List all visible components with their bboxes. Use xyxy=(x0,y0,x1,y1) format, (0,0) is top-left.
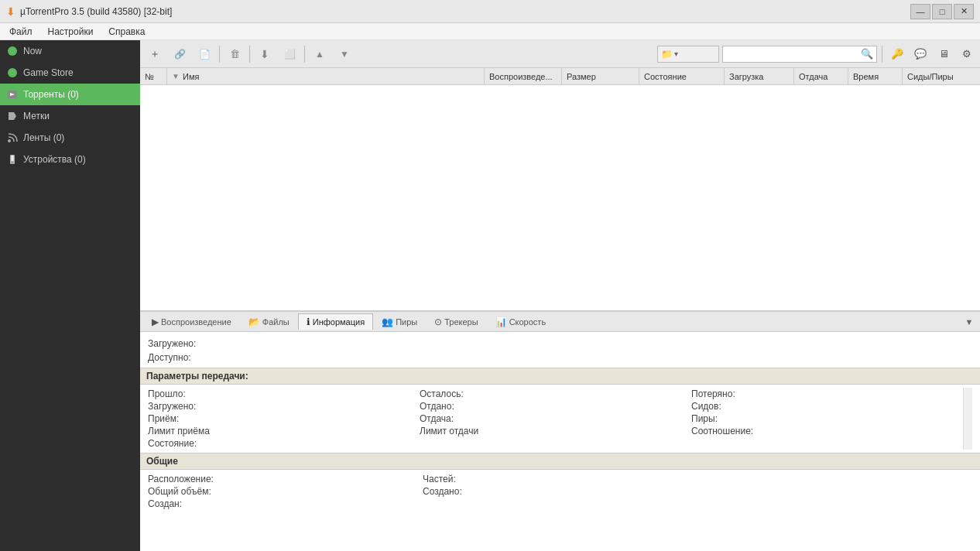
transfer-fields-inner: Прошло: Осталось: Потеряно: Загружен xyxy=(148,388,963,450)
col-name[interactable]: Имя xyxy=(178,68,485,84)
transfer-fields: Прошло: Осталось: Потеряно: Загружен xyxy=(148,388,972,450)
col-down[interactable]: Загрузка xyxy=(725,68,794,84)
close-button[interactable]: ✕ xyxy=(954,4,974,19)
available-row: Доступно: xyxy=(148,351,972,364)
general-row-1: Расположение: Частей: xyxy=(148,473,972,485)
general-fields: Расположение: Частей: Общий объём: xyxy=(148,473,972,510)
feeds-icon xyxy=(6,132,19,144)
col-num[interactable]: № xyxy=(140,68,167,84)
playback-tab-icon: ▶ xyxy=(152,317,159,327)
tab-expand-button[interactable]: ▼ xyxy=(961,314,977,330)
trackers-tab-label: Трекеры xyxy=(444,317,478,327)
bottom-panel: ▶Воспроизведение📂ФайлыℹИнформация👥Пиры⊙Т… xyxy=(140,311,980,551)
table-header: № ▼ Имя Воспроизведе... Размер Состояние… xyxy=(140,68,980,85)
stop-button[interactable]: ⬜ xyxy=(278,43,301,65)
tab-speed[interactable]: 📊Скорость xyxy=(487,313,555,330)
torrent-table: № ▼ Имя Воспроизведе... Размер Состояние… xyxy=(140,68,980,311)
col-seeds[interactable]: Сиды/Пиры xyxy=(903,68,980,84)
col-play[interactable]: Воспроизведе... xyxy=(485,68,562,84)
create-torrent-button[interactable]: 📄 xyxy=(193,43,216,65)
sidebar-item-feeds[interactable]: Ленты (0) xyxy=(0,127,140,149)
now-icon xyxy=(6,45,19,57)
peers-item: Пиры: xyxy=(691,412,963,425)
torrents-icon xyxy=(6,88,19,101)
toolbar: ＋ 🔗 📄 🗑 ⬇ ⬜ ▲ ▼ 📁 ▾ 🔍 🔑 xyxy=(140,40,980,68)
game-store-label: Game Store xyxy=(23,67,74,78)
elapsed-item: Прошло: xyxy=(148,388,420,400)
info-tab-icon: ℹ xyxy=(307,317,310,327)
general-row-3: Создан: xyxy=(148,498,972,510)
downloaded-label: Загружено: xyxy=(148,338,241,349)
move-up-button[interactable]: ▲ xyxy=(308,43,331,65)
chat-icon[interactable]: 💬 xyxy=(910,44,930,64)
tab-playback[interactable]: ▶Воспроизведение xyxy=(143,313,240,330)
add-torrent-button[interactable]: ＋ xyxy=(143,43,166,65)
speed-tab-icon: 📊 xyxy=(495,317,507,327)
general-fields-inner: Расположение: Частей: Общий объём: xyxy=(148,473,972,510)
maximize-button[interactable]: □ xyxy=(932,4,952,19)
tab-peers[interactable]: 👥Пиры xyxy=(373,313,426,330)
main-layout: NowGame Store Торренты (0)МеткиЛенты (0)… xyxy=(0,40,980,551)
toolbar-divider-4 xyxy=(882,46,882,63)
peers-tab-icon: 👥 xyxy=(382,317,393,327)
menu-item-1[interactable]: Настройки xyxy=(42,25,100,39)
state-item: Состояние: xyxy=(148,437,420,450)
parts-item: Частей: xyxy=(423,473,697,485)
col-up[interactable]: Отдача xyxy=(794,68,848,84)
col-size[interactable]: Размер xyxy=(562,68,639,84)
sidebar-item-game-store[interactable]: Game Store xyxy=(0,62,140,84)
scroll-area-right xyxy=(963,388,972,450)
app-icon: ⬇ xyxy=(6,5,15,18)
menu-item-0[interactable]: Файл xyxy=(3,25,39,39)
sidebar-item-torrents[interactable]: Торренты (0) xyxy=(0,84,140,105)
seeds-item: Сидов: xyxy=(691,400,963,412)
title-bar: ⬇ µTorrentPro 3.5 (build 43580) [32-bit]… xyxy=(0,0,980,23)
downloaded-row: Загружено: xyxy=(148,337,972,351)
peers-tab-label: Пиры xyxy=(396,317,417,327)
table-body xyxy=(140,85,980,310)
screen-icon[interactable]: 🖥 xyxy=(934,44,954,64)
uploaded-item: Отдано: xyxy=(420,400,691,412)
sidebar: NowGame Store Торренты (0)МеткиЛенты (0)… xyxy=(0,40,140,551)
speed-tab-label: Скорость xyxy=(509,317,547,327)
tab-trackers[interactable]: ⊙Трекеры xyxy=(426,313,486,330)
transfer-row-3: Приём: Отдача: Пиры: xyxy=(148,412,963,425)
game-store-icon xyxy=(6,67,19,79)
col-time[interactable]: Время xyxy=(848,68,903,84)
labels-label: Метки xyxy=(23,111,50,121)
search-icon[interactable]: 🔍 xyxy=(858,48,876,60)
add-link-button[interactable]: 🔗 xyxy=(168,43,191,65)
ratio-item: Соотношение: xyxy=(691,425,963,437)
sidebar-item-labels[interactable]: Метки xyxy=(0,105,140,127)
svg-point-5 xyxy=(8,139,11,142)
folder-select[interactable]: 📁 ▾ xyxy=(657,46,719,63)
move-down-button[interactable]: ▼ xyxy=(333,43,356,65)
creator-item: Создан: xyxy=(148,498,423,510)
start-download-button[interactable]: ⬇ xyxy=(253,43,276,65)
toolbar-divider-1 xyxy=(219,46,220,63)
minimize-button[interactable]: — xyxy=(910,4,930,19)
devices-icon xyxy=(6,153,19,166)
remove-torrent-button[interactable]: 🗑 xyxy=(223,43,246,65)
menu-item-2[interactable]: Справка xyxy=(102,25,151,39)
recv-limit-item: Лимит приёма xyxy=(148,425,420,437)
created-item: Создано: xyxy=(423,485,697,498)
remote-icon[interactable]: 🔑 xyxy=(887,44,907,64)
sidebar-item-devices[interactable]: Устройства (0) xyxy=(0,149,140,170)
tabs-row: ▶Воспроизведение📂ФайлыℹИнформация👥Пиры⊙Т… xyxy=(140,312,980,332)
col-state[interactable]: Состояние xyxy=(639,68,725,84)
tab-info[interactable]: ℹИнформация xyxy=(298,313,373,330)
empty-item xyxy=(697,473,972,485)
wasted-item: Потеряно: xyxy=(691,388,963,400)
sidebar-item-now[interactable]: Now xyxy=(0,40,140,62)
search-input[interactable] xyxy=(723,50,858,59)
now-label: Now xyxy=(23,46,42,56)
devices-label: Устройства (0) xyxy=(23,154,86,165)
tab-files[interactable]: 📂Файлы xyxy=(240,313,298,330)
labels-icon xyxy=(6,110,19,122)
transfer-section: Параметры передачи: xyxy=(140,368,980,385)
settings-icon[interactable]: ⚙ xyxy=(957,44,977,64)
recv-item: Приём: xyxy=(148,412,420,425)
files-tab-icon: 📂 xyxy=(248,317,260,327)
toolbar-divider-2 xyxy=(249,46,250,63)
